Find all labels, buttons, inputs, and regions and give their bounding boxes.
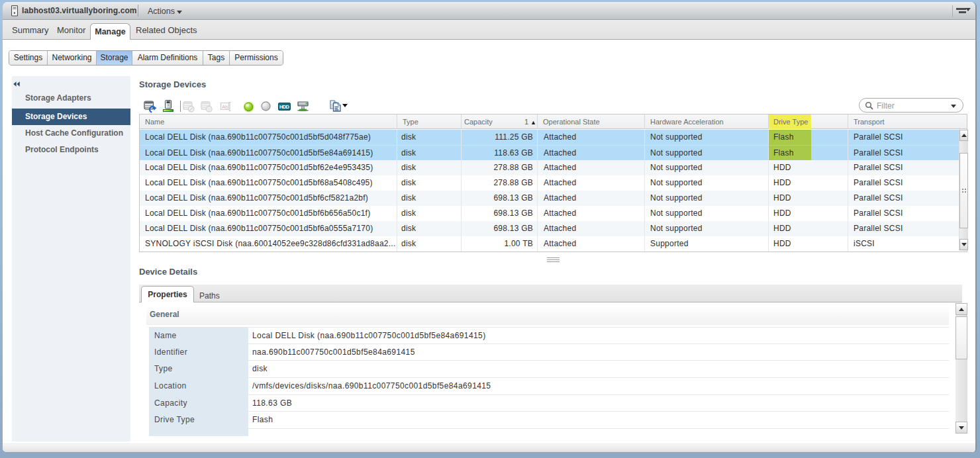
svg-text:Ab: Ab	[222, 104, 228, 110]
svg-text:HDD: HDD	[279, 104, 290, 110]
